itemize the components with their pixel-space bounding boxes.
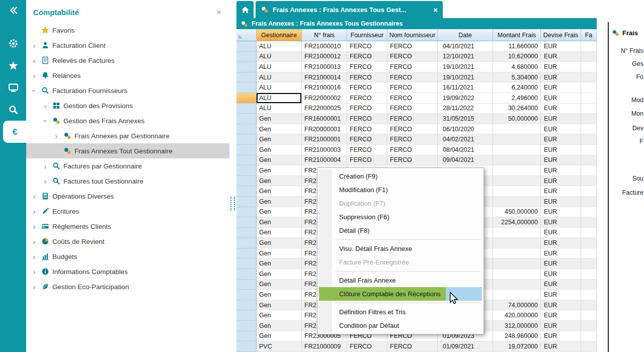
row-selector[interactable]: [236, 114, 257, 124]
row-selector[interactable]: [236, 331, 257, 342]
sidebar-item[interactable]: Frais Annexes Tout Gestionnaire: [26, 143, 229, 158]
table-row[interactable]: GenFR21000003FERCOFERCO08/04/2021EUR: [236, 145, 597, 155]
row-selector[interactable]: [236, 238, 257, 248]
row-selector[interactable]: [236, 72, 257, 83]
row-selector[interactable]: [236, 300, 257, 311]
row-selector[interactable]: [236, 258, 257, 269]
rail-item-euro[interactable]: [3, 121, 26, 143]
row-selector[interactable]: [236, 41, 257, 52]
row-selector[interactable]: [236, 165, 257, 176]
column-header[interactable]: N° frais: [302, 29, 347, 41]
sidebar-item[interactable]: ›Factures par Gestionnaire: [26, 158, 229, 173]
row-selector[interactable]: [236, 93, 257, 104]
table-row[interactable]: GenFR21000004FERCOFERCO09/04/2021EUR: [236, 155, 597, 166]
row-selector[interactable]: [236, 248, 257, 259]
row-selector[interactable]: [236, 186, 257, 197]
splitter-grip-icon[interactable]: [230, 197, 235, 211]
row-selector[interactable]: [236, 321, 257, 331]
sidebar-item[interactable]: ›Ecritures: [26, 204, 229, 219]
chevron-right-icon[interactable]: ›: [30, 222, 38, 231]
sidebar-item[interactable]: Favoris: [26, 23, 229, 38]
sidebar-item[interactable]: ›Facturation Fournisseurs: [26, 83, 229, 98]
menu-item[interactable]: Détail Frais Annexe: [319, 274, 482, 287]
column-header[interactable]: Date: [438, 29, 493, 41]
table-row[interactable]: ALUFR22000002FERCOFERCO19/09/20222,49600…: [236, 93, 597, 104]
row-selector[interactable]: [236, 290, 257, 300]
sidebar-splitter[interactable]: [229, 0, 236, 352]
sidebar-item[interactable]: ›Budgets: [26, 249, 229, 264]
sidebar-item[interactable]: ›Règlements Clients: [26, 219, 229, 234]
row-selector[interactable]: [236, 104, 257, 114]
chevron-right-icon[interactable]: ›: [30, 283, 38, 291]
tab-frais-annexes[interactable]: Frais Annexes : Frais Annexes Tous Gest.…: [256, 1, 443, 18]
row-selector[interactable]: [236, 207, 257, 218]
table-corner-cell[interactable]: [236, 29, 257, 41]
row-selector[interactable]: [236, 310, 257, 321]
sidebar-item[interactable]: ›Relevés de Factures: [26, 53, 229, 68]
rail-item-monitor[interactable]: [0, 76, 26, 99]
row-selector[interactable]: [236, 82, 257, 93]
chevron-down-icon[interactable]: ›: [41, 117, 50, 125]
table-row[interactable]: ALUFR21000010FERCOFERCO04/10/202111,6600…: [236, 41, 597, 52]
table-row[interactable]: ALUFR21000014FERCOFERCO19/10/20215,30400…: [236, 72, 597, 83]
column-header[interactable]: Fa: [581, 29, 597, 41]
table-row[interactable]: ALUFR21000013FERCOFERCO19/10/20214,68000…: [236, 62, 597, 72]
row-selector[interactable]: [236, 280, 257, 290]
chevron-down-icon[interactable]: ›: [30, 86, 39, 95]
row-selector[interactable]: [236, 145, 257, 155]
menu-item[interactable]: Détail (F8): [319, 224, 482, 237]
row-selector[interactable]: [236, 269, 257, 280]
rail-item-collapse[interactable]: [0, 0, 26, 20]
chevron-right-icon[interactable]: ›: [41, 162, 49, 170]
column-header[interactable]: Gestionnaire: [257, 29, 302, 41]
chevron-right-icon[interactable]: ›: [30, 268, 38, 276]
sidebar-item[interactable]: ›Gestion des Provisions: [26, 98, 229, 113]
table-row[interactable]: GenFR16000001FERCOFERCO31/05/201550,0000…: [236, 114, 597, 124]
menu-item[interactable]: Condition par Défaut: [319, 319, 482, 332]
chevron-right-icon[interactable]: ›: [52, 132, 60, 140]
table-row[interactable]: ALUFR22000025FERCOFERCO28/11/202230,2640…: [236, 104, 597, 114]
menu-item[interactable]: Création (F9): [319, 169, 482, 183]
sidebar-item[interactable]: ›Relances: [26, 68, 229, 83]
rail-item-star[interactable]: [0, 54, 26, 76]
table-row[interactable]: GenFR21000001FERCOFERCO04/02/2021EUR: [236, 134, 597, 145]
chevron-right-icon[interactable]: ›: [41, 177, 49, 186]
chevron-right-icon[interactable]: ›: [30, 207, 38, 216]
chevron-right-icon[interactable]: ›: [30, 237, 38, 246]
sidebar-item[interactable]: ›Facturation Client: [26, 38, 229, 53]
table-row[interactable]: ALUFR21000012FERCOFERCO12/10/202110,6200…: [236, 52, 597, 62]
row-selector[interactable]: [236, 228, 257, 238]
sidebar-item[interactable]: ›Frais Annexes par Gestionnaire: [26, 128, 229, 143]
menu-item[interactable]: Suppression (F6): [319, 210, 482, 224]
table-row[interactable]: GenFR20000001FERCOFERCO06/10/2020EUR: [236, 124, 597, 135]
row-selector[interactable]: [236, 124, 257, 135]
menu-item[interactable]: Modification (F1): [319, 183, 482, 197]
rail-item-search[interactable]: [0, 99, 26, 121]
chevron-right-icon[interactable]: ›: [30, 56, 38, 65]
sidebar-item[interactable]: ›Coûts de Revient: [26, 234, 229, 249]
sidebar-item[interactable]: ›Factures tout Gestionnaire: [26, 173, 229, 189]
row-selector[interactable]: [236, 134, 257, 145]
chevron-right-icon[interactable]: ›: [30, 41, 38, 50]
menu-item[interactable]: Visu. Détail Frais Annexe: [319, 242, 482, 255]
rail-item-gear[interactable]: [0, 32, 26, 54]
column-header[interactable]: Fournisseur: [347, 29, 387, 41]
tab-close-icon[interactable]: ×: [433, 6, 438, 14]
table-row[interactable]: PVCFR21000009FERCOFERCO01/09/202119,0720…: [236, 341, 597, 352]
sidebar-item[interactable]: ›Gestion des Frais Annexes: [26, 113, 229, 128]
chevron-right-icon[interactable]: ›: [30, 192, 38, 201]
sidebar-item[interactable]: ›Opérations Diverses: [26, 189, 229, 204]
menu-item[interactable]: Définition Filtres et Tris: [319, 305, 482, 319]
row-selector[interactable]: [236, 155, 257, 166]
sidebar-close-icon[interactable]: ×: [216, 9, 221, 16]
table-row[interactable]: ALUFR21000016FERCOFERCO16/11/20216,24000…: [236, 82, 597, 93]
chevron-right-icon[interactable]: ›: [30, 71, 38, 80]
column-header[interactable]: Nom fournisseur: [387, 29, 438, 41]
row-selector[interactable]: [236, 52, 257, 62]
row-selector[interactable]: [236, 197, 257, 207]
column-header[interactable]: Devise Frais: [541, 29, 581, 41]
chevron-right-icon[interactable]: ›: [41, 102, 49, 110]
home-tab[interactable]: [236, 1, 254, 18]
row-selector[interactable]: [236, 341, 257, 352]
sidebar-item[interactable]: ›Informations Comptables: [26, 264, 229, 279]
